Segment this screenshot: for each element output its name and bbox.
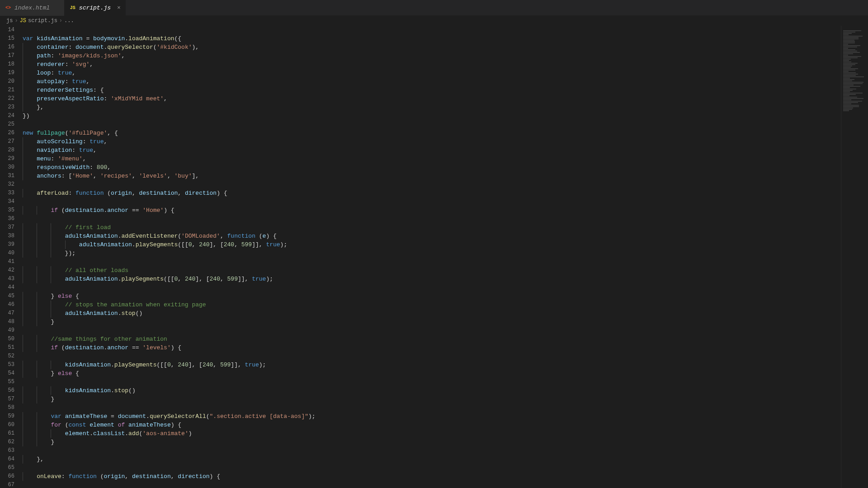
indent-guide (23, 223, 23, 232)
indent-guide (37, 421, 37, 429)
code-line[interactable]: renderer: 'svg', (23, 60, 841, 69)
code-line[interactable]: } else { (23, 292, 841, 300)
minimap-line (843, 72, 856, 73)
line-number: 26 (0, 129, 14, 137)
code-line[interactable]: autoplay: true, (23, 77, 841, 86)
code-line[interactable] (23, 404, 841, 412)
indent-guide (37, 386, 37, 395)
code-line[interactable]: navigation: true, (23, 146, 841, 155)
minimap-line (843, 60, 849, 61)
indent-guide (23, 421, 23, 429)
line-number: 47 (0, 309, 14, 318)
code-line[interactable] (23, 197, 841, 206)
minimap[interactable] (841, 26, 868, 488)
code-line[interactable]: new fullpage('#fullPage', { (23, 129, 841, 137)
code-line[interactable]: kidsAnimation.playSegments([[0, 240], [2… (23, 361, 841, 369)
code-line[interactable]: var kidsAnimation = bodymovin.loadAnimat… (23, 34, 841, 43)
line-number: 54 (0, 369, 14, 378)
indent-guide (23, 386, 23, 395)
close-icon[interactable]: × (117, 5, 121, 11)
code-line[interactable]: element.classList.add('aos-animate') (23, 429, 841, 438)
code-line[interactable]: adultsAnimation.playSegments([[0, 240], … (23, 275, 841, 283)
code-line[interactable]: }, (23, 455, 841, 464)
line-number: 66 (0, 472, 14, 481)
code-line[interactable] (23, 26, 841, 34)
code-line[interactable]: path: 'images/kids.json', (23, 52, 841, 60)
minimap-line (843, 76, 864, 77)
code-line[interactable]: } (23, 318, 841, 326)
code-line[interactable]: // first load (23, 223, 841, 232)
tab-script-js[interactable]: JSscript.js× (65, 0, 126, 16)
code-line[interactable]: } (23, 438, 841, 446)
code-line[interactable]: var animateThese = document.querySelecto… (23, 412, 841, 421)
code-line[interactable]: onLeave: function (origin, destination, … (23, 472, 841, 481)
code-line[interactable]: //same things for other animation (23, 335, 841, 343)
minimap-line (843, 36, 863, 37)
line-number: 33 (0, 189, 14, 197)
minimap-line (843, 105, 859, 106)
code-editor[interactable]: 1415161718192021222324252627282930313233… (0, 26, 841, 488)
code-line[interactable]: autoScrolling: true, (23, 137, 841, 146)
code-line[interactable] (23, 481, 841, 488)
minimap-line (843, 93, 863, 94)
code-line[interactable]: } else { (23, 369, 841, 378)
minimap-line (843, 82, 863, 83)
code-line[interactable]: adultsAnimation.stop() (23, 309, 841, 318)
code-line[interactable] (23, 326, 841, 335)
indent-guide (37, 249, 37, 258)
code-line[interactable]: }) (23, 112, 841, 120)
indent-guide (51, 386, 51, 395)
code-line[interactable]: // stops the animation when exiting page (23, 300, 841, 309)
line-number: 21 (0, 86, 14, 94)
code-line[interactable] (23, 352, 841, 361)
breadcrumb-symbol[interactable]: ... (64, 18, 74, 24)
code-line[interactable]: container: document.querySelector('#kidC… (23, 43, 841, 52)
code-line[interactable] (23, 446, 841, 455)
code-line[interactable]: rendererSettings: { (23, 86, 841, 94)
code-line[interactable]: }, (23, 103, 841, 112)
line-number: 18 (0, 60, 14, 69)
code-line[interactable]: adultsAnimation.addEventListener('DOMLoa… (23, 232, 841, 240)
code-line[interactable]: // all other loads (23, 266, 841, 275)
code-line[interactable]: menu: '#menu', (23, 155, 841, 163)
indent-guide (37, 395, 37, 404)
code-line[interactable]: preserveAspectRatio: 'xMidYMid meet', (23, 94, 841, 103)
code-line[interactable] (23, 215, 841, 223)
code-line[interactable]: for (const element of animateThese) { (23, 421, 841, 429)
code-line[interactable]: loop: true, (23, 69, 841, 77)
indent-guide (23, 472, 23, 481)
minimap-line (843, 55, 848, 56)
indent-guide (37, 361, 37, 369)
code-line[interactable]: afterLoad: function (origin, destination… (23, 189, 841, 197)
breadcrumb-file[interactable]: script.js (28, 18, 57, 24)
code-line[interactable]: anchors: ['Home', 'recipes', 'levels', '… (23, 172, 841, 180)
code-line[interactable]: }); (23, 249, 841, 258)
minimap-line (843, 32, 855, 33)
code-line[interactable] (23, 283, 841, 292)
code-line[interactable] (23, 258, 841, 266)
code-content[interactable]: var kidsAnimation = bodymovin.loadAnimat… (23, 26, 841, 488)
code-line[interactable]: } (23, 395, 841, 404)
code-line[interactable]: kidsAnimation.stop() (23, 386, 841, 395)
code-line[interactable] (23, 464, 841, 472)
minimap-line (843, 78, 850, 79)
indent-guide (37, 275, 37, 283)
code-line[interactable] (23, 120, 841, 129)
minimap-line (843, 67, 851, 68)
indent-guide (23, 189, 23, 197)
minimap-line (843, 64, 855, 65)
line-number: 39 (0, 240, 14, 249)
minimap-line (843, 34, 849, 35)
tab-index-html[interactable]: <>index.html× (0, 0, 65, 16)
code-line[interactable]: if (destination.anchor == 'Home') { (23, 206, 841, 215)
code-line[interactable]: if (destination.anchor == 'levels') { (23, 343, 841, 352)
code-line[interactable] (23, 180, 841, 189)
minimap-line (843, 61, 851, 62)
indent-guide (51, 309, 51, 318)
breadcrumb-folder[interactable]: js (6, 18, 13, 24)
code-line[interactable]: adultsAnimation.playSegments([[0, 240], … (23, 240, 841, 249)
code-line[interactable]: responsiveWidth: 800, (23, 163, 841, 172)
minimap-line (843, 45, 860, 46)
code-line[interactable] (23, 378, 841, 386)
line-number: 58 (0, 404, 14, 412)
